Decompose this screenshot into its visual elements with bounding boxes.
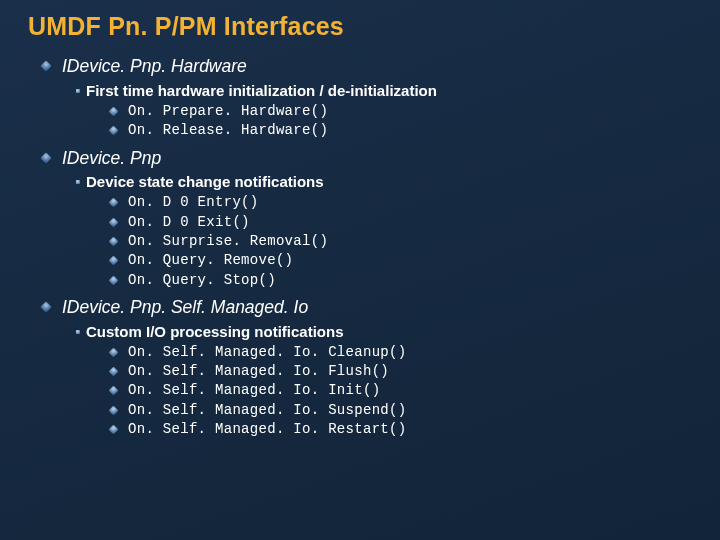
section-subheading: First time hardware initialization / de-… bbox=[28, 81, 692, 101]
section-2: IDevice. Pnp Device state change notific… bbox=[28, 147, 692, 290]
list-item: On. Prepare. Hardware() bbox=[28, 102, 692, 121]
slide-title: UMDF Pn. P/PM Interfaces bbox=[28, 12, 692, 41]
list-item: On. Self. Managed. Io. Init() bbox=[28, 381, 692, 400]
list-item: On. Self. Managed. Io. Cleanup() bbox=[28, 343, 692, 362]
list-item: On. Surprise. Removal() bbox=[28, 232, 692, 251]
content-list: IDevice. Pnp. Hardware First time hardwa… bbox=[28, 55, 692, 439]
slide-container: UMDF Pn. P/PM Interfaces IDevice. Pnp. H… bbox=[0, 0, 720, 540]
section-3: IDevice. Pnp. Self. Managed. Io Custom I… bbox=[28, 296, 692, 439]
section-heading: IDevice. Pnp. Self. Managed. Io bbox=[28, 296, 692, 320]
section-subheading: Device state change notifications bbox=[28, 172, 692, 192]
list-item: On. Query. Stop() bbox=[28, 271, 692, 290]
section-heading: IDevice. Pnp bbox=[28, 147, 692, 171]
list-item: On. Self. Managed. Io. Flush() bbox=[28, 362, 692, 381]
list-item: On. Self. Managed. Io. Suspend() bbox=[28, 401, 692, 420]
list-item: On. Query. Remove() bbox=[28, 251, 692, 270]
list-item: On. Release. Hardware() bbox=[28, 121, 692, 140]
list-item: On. D 0 Exit() bbox=[28, 213, 692, 232]
list-item: On. D 0 Entry() bbox=[28, 193, 692, 212]
section-1: IDevice. Pnp. Hardware First time hardwa… bbox=[28, 55, 692, 141]
section-subheading: Custom I/O processing notifications bbox=[28, 322, 692, 342]
section-heading: IDevice. Pnp. Hardware bbox=[28, 55, 692, 79]
list-item: On. Self. Managed. Io. Restart() bbox=[28, 420, 692, 439]
